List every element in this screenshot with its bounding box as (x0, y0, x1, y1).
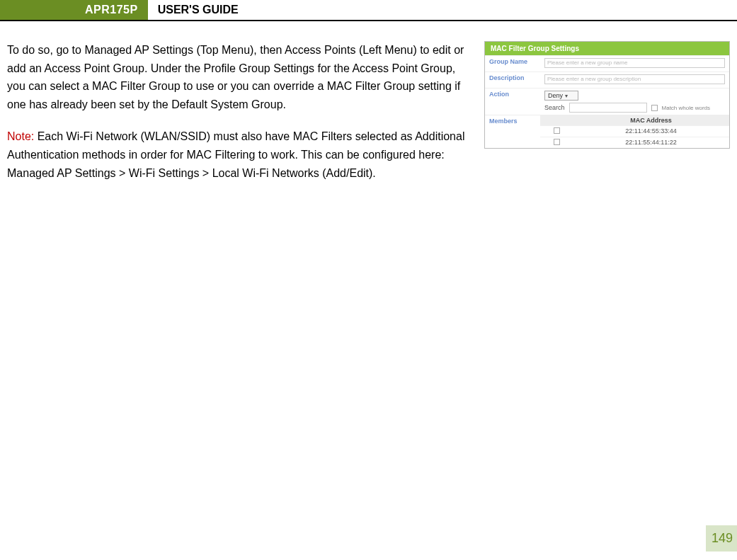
page-number: 149 (706, 525, 737, 552)
group-name-label: Group Name (485, 56, 540, 72)
group-name-row: Group Name Please enter a new group name (485, 55, 729, 72)
group-name-input[interactable]: Please enter a new group name (544, 58, 725, 68)
match-whole-label: Match whole words (662, 105, 710, 111)
row-checkbox[interactable] (554, 127, 560, 134)
row-checkbox[interactable] (554, 139, 560, 145)
page-body: MAC Filter Group Settings Group Name Ple… (0, 21, 737, 189)
table-row: 22:11:55:44:11:22 (540, 137, 729, 148)
table-row: 22:11:44:55:33:44 (540, 125, 729, 137)
description-row: Description Please enter a new group des… (485, 72, 729, 88)
figure-title: MAC Filter Group Settings (485, 42, 729, 55)
description-label: Description (485, 72, 540, 88)
mac-address-cell: 22:11:55:44:11:22 (573, 139, 729, 147)
members-table: Members MAC Address 22:11:44:55:33:44 22… (485, 115, 729, 148)
action-label: Action (485, 88, 540, 115)
model-badge: APR175P (0, 0, 148, 20)
search-input[interactable] (569, 103, 647, 113)
action-value: Deny (548, 92, 563, 99)
action-select[interactable]: Deny ▾ (544, 91, 578, 101)
search-label: Search (544, 104, 565, 111)
match-whole-checkbox[interactable] (651, 105, 658, 111)
description-input[interactable]: Please enter a new group description (544, 74, 725, 84)
chevron-down-icon: ▾ (565, 93, 568, 99)
members-table-header: MAC Address (540, 115, 729, 125)
mac-filter-settings-figure: MAC Filter Group Settings Group Name Ple… (484, 41, 730, 149)
mac-address-header: MAC Address (573, 117, 729, 124)
document-title: USER'S GUIDE (148, 0, 248, 20)
members-label: Members (485, 115, 540, 148)
action-row: Action Deny ▾ Search Match whole words (485, 88, 729, 115)
document-header: APR175P USER'S GUIDE (0, 0, 737, 21)
note-label: Note: (7, 130, 34, 142)
mac-address-cell: 22:11:44:55:33:44 (573, 127, 729, 135)
note-text: Each Wi-Fi Network (WLAN/SSID) must also… (7, 130, 464, 178)
